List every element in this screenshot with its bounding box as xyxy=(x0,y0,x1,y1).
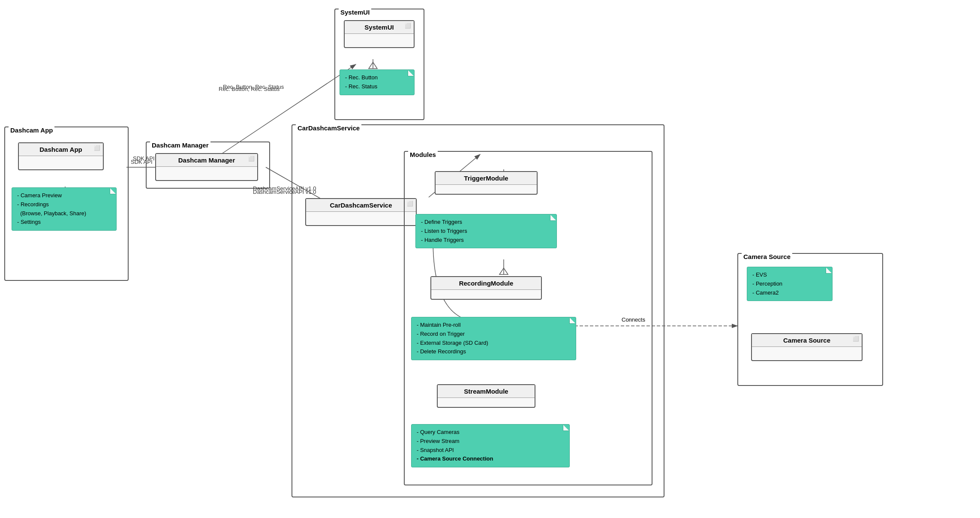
camera-source-note-line3: - Camera2 xyxy=(752,289,827,298)
dashcam-manager-box-title: Dashcam Manager xyxy=(156,154,257,167)
dashcam-app-note-line4: - Settings xyxy=(17,218,111,227)
stream-module-box: StreamModule xyxy=(437,384,535,408)
camera-source-note: - EVS - Perception - Camera2 xyxy=(747,267,833,301)
stream-module-title: StreamModule xyxy=(438,385,535,398)
recording-module-title: RecordingModule xyxy=(431,277,541,290)
recording-note-line1: - Maintain Pre-roll xyxy=(417,321,571,330)
car-dashcam-service-outer-box: CarDashcamService ⬜ CarDashcamService Mo… xyxy=(292,124,664,497)
dashcam-service-api-text: DashcamServiceAPI v1.0 xyxy=(253,185,316,192)
dashcam-app-outer-label: Dashcam App xyxy=(9,126,54,134)
dashcam-manager-box-icon: ⬜ xyxy=(248,156,255,162)
camera-source-box-icon: ⬜ xyxy=(853,336,859,342)
recording-note-line4: - Delete Recordings xyxy=(417,347,571,356)
recording-module-box: RecordingModule xyxy=(430,276,542,300)
rec-button-text: Rec. Button, Rec. Status xyxy=(219,86,280,92)
recording-note-line3: - External Storage (SD Card) xyxy=(417,339,571,348)
dashcam-app-note: - Camera Preview - Recordings (Browse, P… xyxy=(12,187,117,231)
trigger-note-line3: - Handle Triggers xyxy=(421,236,551,245)
system-ui-outer-box: SystemUI ⬜ SystemUI - Rec. Button - Rec.… xyxy=(334,9,424,120)
dashcam-app-note-line2: - Recordings xyxy=(17,200,111,209)
stream-note-line4: - Camera Source Connection xyxy=(417,455,564,464)
recording-module-note: - Maintain Pre-roll - Record on Trigger … xyxy=(411,317,576,360)
dashcam-app-outer-box: Dashcam App ⬜ Dashcam App - Camera Previ… xyxy=(4,126,129,281)
system-ui-outer-label: SystemUI xyxy=(339,9,371,16)
dashcam-manager-outer-label: Dashcam Manager xyxy=(150,142,210,149)
dashcam-app-box-title: Dashcam App xyxy=(19,143,103,156)
system-ui-note-line1: - Rec. Button xyxy=(345,73,409,82)
stream-note-line2: - Preview Stream xyxy=(417,437,564,446)
camera-source-note-line2: - Perception xyxy=(752,280,827,289)
trigger-module-box: TriggerModule xyxy=(435,171,538,195)
dashcam-app-note-line3: (Browse, Playback, Share) xyxy=(17,209,111,218)
system-ui-note-line2: - Rec. Status xyxy=(345,82,409,91)
stream-note-line1: - Query Cameras xyxy=(417,428,564,437)
system-ui-box-title: SystemUI xyxy=(345,21,414,34)
modules-outer-label: Modules xyxy=(408,151,438,158)
car-dashcam-service-inner-box: ⬜ CarDashcamService xyxy=(305,198,417,226)
connects-text: Connects xyxy=(622,316,645,323)
recording-note-line2: - Record on Trigger xyxy=(417,330,571,339)
camera-source-box-title: Camera Source xyxy=(752,334,862,347)
system-ui-inner-box: ⬜ SystemUI xyxy=(344,20,415,48)
car-dashcam-service-box-title: CarDashcamService xyxy=(306,199,416,212)
camera-source-inner-box: ⬜ Camera Source xyxy=(751,333,863,361)
camera-source-outer-box: Camera Source - EVS - Perception - Camer… xyxy=(737,253,883,386)
trigger-note-line1: - Define Triggers xyxy=(421,218,551,227)
trigger-module-title: TriggerModule xyxy=(436,172,537,185)
system-ui-note: - Rec. Button - Rec. Status xyxy=(340,69,415,95)
stream-note-line3: - Snapshot API xyxy=(417,446,564,455)
dashcam-app-inner-box: ⬜ Dashcam App xyxy=(18,142,104,170)
dashcam-app-box-icon: ⬜ xyxy=(94,145,100,151)
sdk-api-text: SDK API xyxy=(133,155,155,162)
modules-outer-box: Modules TriggerModule - Define Triggers … xyxy=(404,151,652,485)
diagram-container: SDK API DashcamServiceAPI v1.0 Rec. Butt… xyxy=(0,0,980,518)
dashcam-manager-inner-box: ⬜ Dashcam Manager xyxy=(155,153,258,181)
trigger-module-note: - Define Triggers - Listen to Triggers -… xyxy=(415,214,557,248)
stream-module-note: - Query Cameras - Preview Stream - Snaps… xyxy=(411,424,570,467)
car-dashcam-service-outer-label: CarDashcamService xyxy=(296,124,361,132)
camera-source-note-line1: - EVS xyxy=(752,271,827,280)
dashcam-app-note-line1: - Camera Preview xyxy=(17,191,111,200)
trigger-note-line2: - Listen to Triggers xyxy=(421,227,551,236)
camera-source-outer-label: Camera Source xyxy=(742,253,792,260)
dashcam-manager-outer-box: Dashcam Manager ⬜ Dashcam Manager xyxy=(146,142,270,189)
system-ui-box-icon: ⬜ xyxy=(405,23,411,29)
